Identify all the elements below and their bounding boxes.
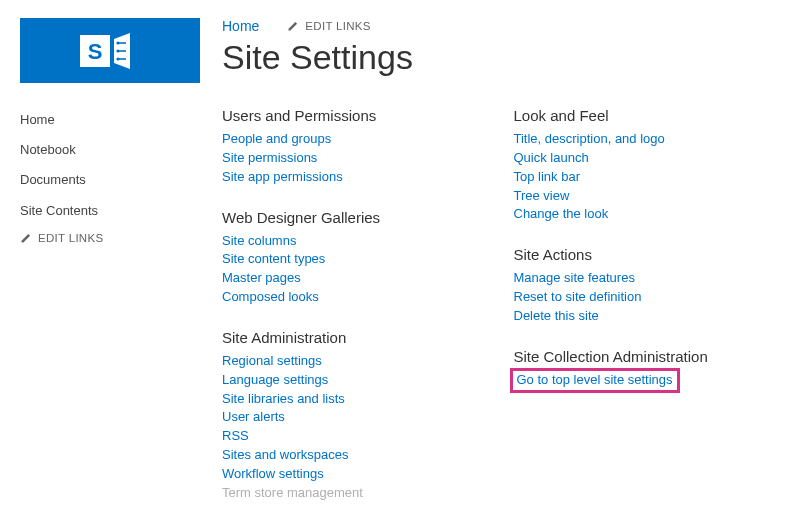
link-reset-to-site-definition[interactable]: Reset to site definition	[514, 288, 768, 307]
group-heading: Look and Feel	[514, 107, 768, 124]
settings-group-site-collection-administration: Site Collection AdministrationGo to top …	[514, 348, 768, 390]
group-heading: Users and Permissions	[222, 107, 476, 124]
nav-site-contents[interactable]: Site Contents	[20, 202, 220, 220]
link-site-columns[interactable]: Site columns	[222, 232, 476, 251]
edit-links-top-label: EDIT LINKS	[305, 20, 370, 32]
link-label: Go to top level site settings	[517, 372, 673, 387]
link-go-to-top-level-site-settings[interactable]: Go to top level site settings	[514, 371, 768, 390]
link-regional-settings[interactable]: Regional settings	[222, 352, 476, 371]
group-heading: Site Actions	[514, 246, 768, 263]
link-composed-looks[interactable]: Composed looks	[222, 288, 476, 307]
pencil-icon	[20, 232, 32, 244]
group-heading: Web Designer Galleries	[222, 209, 476, 226]
nav-notebook[interactable]: Notebook	[20, 141, 220, 159]
link-change-the-look[interactable]: Change the look	[514, 205, 768, 224]
svg-text:S: S	[88, 39, 103, 64]
group-heading: Site Administration	[222, 329, 476, 346]
link-workflow-settings[interactable]: Workflow settings	[222, 465, 476, 484]
link-tree-view[interactable]: Tree view	[514, 187, 768, 206]
link-user-alerts[interactable]: User alerts	[222, 408, 476, 427]
sharepoint-logo[interactable]: S	[20, 18, 200, 83]
nav-documents[interactable]: Documents	[20, 171, 220, 189]
group-heading: Site Collection Administration	[514, 348, 768, 365]
edit-links-label: EDIT LINKS	[38, 232, 103, 244]
settings-group-users-and-permissions: Users and PermissionsPeople and groupsSi…	[222, 107, 476, 187]
link-language-settings[interactable]: Language settings	[222, 371, 476, 390]
link-title-description-and-logo[interactable]: Title, description, and logo	[514, 130, 768, 149]
link-quick-launch[interactable]: Quick launch	[514, 149, 768, 168]
top-bar: Home EDIT LINKS	[222, 18, 767, 34]
edit-links-button[interactable]: EDIT LINKS	[20, 232, 220, 244]
settings-column-2: Look and FeelTitle, description, and log…	[514, 107, 768, 516]
page-title: Site Settings	[222, 38, 767, 77]
link-sites-and-workspaces[interactable]: Sites and workspaces	[222, 446, 476, 465]
quick-launch-nav: Home Notebook Documents Site Contents ED…	[20, 111, 220, 244]
link-term-store-management: Term store management	[222, 484, 476, 503]
settings-group-look-and-feel: Look and FeelTitle, description, and log…	[514, 107, 768, 224]
nav-home[interactable]: Home	[20, 111, 220, 129]
edit-links-top-button[interactable]: EDIT LINKS	[287, 20, 370, 32]
link-site-libraries-and-lists[interactable]: Site libraries and lists	[222, 390, 476, 409]
link-site-app-permissions[interactable]: Site app permissions	[222, 168, 476, 187]
link-site-permissions[interactable]: Site permissions	[222, 149, 476, 168]
settings-group-web-designer-galleries: Web Designer GalleriesSite columnsSite c…	[222, 209, 476, 307]
link-manage-site-features[interactable]: Manage site features	[514, 269, 768, 288]
link-rss[interactable]: RSS	[222, 427, 476, 446]
settings-column-1: Users and PermissionsPeople and groupsSi…	[222, 107, 476, 516]
pencil-icon	[287, 20, 299, 32]
settings-group-site-administration: Site AdministrationRegional settingsLang…	[222, 329, 476, 503]
breadcrumb-home[interactable]: Home	[222, 18, 259, 34]
highlight-box: Go to top level site settings	[510, 368, 680, 393]
link-site-content-types[interactable]: Site content types	[222, 250, 476, 269]
link-master-pages[interactable]: Master pages	[222, 269, 476, 288]
link-top-link-bar[interactable]: Top link bar	[514, 168, 768, 187]
link-delete-this-site[interactable]: Delete this site	[514, 307, 768, 326]
settings-group-site-actions: Site ActionsManage site featuresReset to…	[514, 246, 768, 326]
link-people-and-groups[interactable]: People and groups	[222, 130, 476, 149]
